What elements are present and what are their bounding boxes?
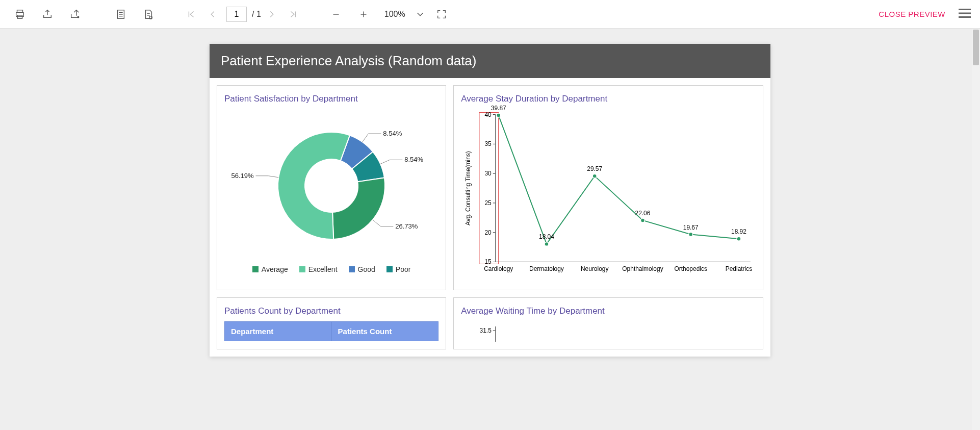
legend-item: Excellent: [299, 265, 338, 273]
svg-text:56.19%: 56.19%: [231, 172, 254, 180]
last-page-icon: [288, 9, 299, 20]
line-chart-partial: 31.5: [461, 321, 756, 342]
close-preview-button[interactable]: CLOSE PREVIEW: [868, 10, 956, 18]
card-title: Patient Satisfaction by Department: [224, 94, 439, 104]
svg-point-39: [497, 113, 501, 117]
viewport: Patient Experience Analysis (Random data…: [0, 29, 980, 430]
share-icon: [69, 9, 81, 20]
scrollbar-thumb[interactable]: [973, 30, 979, 65]
svg-text:8.54%: 8.54%: [383, 130, 402, 137]
chevron-left-icon: [207, 9, 218, 20]
page-total: / 1: [252, 10, 261, 19]
svg-text:30: 30: [485, 170, 492, 177]
export-icon: [42, 9, 53, 20]
first-page-button[interactable]: [180, 0, 202, 29]
next-page-button[interactable]: [261, 0, 282, 29]
export-button[interactable]: [34, 0, 61, 29]
report-page: Patient Experience Analysis (Random data…: [210, 44, 770, 357]
svg-text:Dermatology: Dermatology: [529, 265, 564, 272]
minus-icon: [330, 9, 342, 20]
svg-text:Pediatrics: Pediatrics: [726, 265, 752, 272]
legend-item: Good: [349, 265, 375, 273]
svg-point-51: [689, 233, 693, 237]
toolbar: / 1 100% CLOSE PREVIEW: [0, 0, 980, 29]
swatch-icon: [299, 266, 305, 272]
card-satisfaction: Patient Satisfaction by Department 8.54%…: [217, 85, 446, 290]
legend-label: Good: [358, 265, 375, 273]
report-title: Patient Experience Analysis (Random data…: [210, 44, 770, 78]
zoom-dropdown[interactable]: [412, 0, 428, 29]
page-input[interactable]: [226, 7, 247, 22]
menu-button[interactable]: [956, 4, 974, 24]
line-chart: 152025303540Avg. Consulting Time(mins)39…: [461, 109, 756, 283]
svg-text:8.54%: 8.54%: [404, 156, 423, 163]
patients-table: Department Patients Count: [224, 321, 439, 341]
chevron-right-icon: [266, 9, 277, 20]
svg-text:31.5: 31.5: [480, 327, 492, 334]
svg-text:18.04: 18.04: [539, 233, 554, 240]
svg-text:39.87: 39.87: [491, 105, 506, 112]
print-icon: [14, 9, 25, 20]
card-title: Average Waiting Time by Department: [461, 306, 756, 316]
document-button[interactable]: [107, 0, 135, 29]
fullscreen-button[interactable]: [428, 0, 455, 29]
card-patients-count: Patients Count by Department Department …: [217, 297, 446, 349]
donut-chart: 8.54%8.54%26.73%56.19%: [224, 109, 439, 262]
card-title: Patients Count by Department: [224, 306, 439, 316]
first-page-icon: [186, 9, 197, 20]
hamburger-icon: [956, 4, 974, 22]
card-title: Average Stay Duration by Department: [461, 94, 756, 104]
svg-text:18.92: 18.92: [731, 228, 746, 235]
swatch-icon: [349, 266, 355, 272]
svg-text:15: 15: [485, 258, 492, 265]
svg-text:Orthopedics: Orthopedics: [675, 265, 707, 272]
svg-text:Ophthalmology: Ophthalmology: [623, 265, 663, 272]
prev-page-button[interactable]: [202, 0, 223, 29]
zoom-label: 100%: [384, 10, 405, 19]
plus-icon: [358, 9, 369, 20]
table-header: Patients Count: [331, 322, 439, 341]
chevron-down-icon: [415, 9, 426, 20]
share-button[interactable]: [61, 0, 89, 29]
last-page-button[interactable]: [282, 0, 304, 29]
card-waiting-time: Average Waiting Time by Department 31.5: [453, 297, 763, 349]
svg-point-54: [737, 237, 741, 241]
scrollbar[interactable]: [972, 29, 980, 430]
legend-item: Average: [252, 265, 288, 273]
svg-text:20: 20: [485, 229, 492, 236]
svg-text:26.73%: 26.73%: [395, 222, 418, 230]
svg-text:35: 35: [485, 140, 492, 147]
legend-label: Excellent: [308, 265, 338, 273]
legend-item: Poor: [386, 265, 411, 273]
svg-point-48: [641, 218, 645, 222]
svg-point-3: [78, 16, 79, 18]
svg-text:Avg. Consulting Time(mins): Avg. Consulting Time(mins): [465, 151, 472, 225]
table-header: Department: [225, 322, 332, 341]
svg-text:25: 25: [485, 199, 492, 207]
legend-label: Poor: [396, 265, 411, 273]
svg-text:Neurology: Neurology: [581, 265, 608, 272]
svg-text:22.06: 22.06: [635, 210, 651, 217]
document-icon: [115, 9, 126, 20]
svg-text:Cardiology: Cardiology: [484, 265, 513, 272]
print-button[interactable]: [6, 0, 34, 29]
zoom-out-button[interactable]: [322, 0, 350, 29]
legend-label: Average: [262, 265, 288, 273]
zoom-in-button[interactable]: [350, 0, 377, 29]
card-stay-duration: Average Stay Duration by Department 1520…: [453, 85, 763, 290]
svg-point-45: [592, 174, 597, 178]
legend: Average Excellent Good Poor: [224, 265, 439, 273]
swatch-icon: [252, 266, 259, 272]
svg-text:40: 40: [485, 111, 492, 118]
swatch-icon: [386, 266, 393, 272]
new-document-button[interactable]: [135, 0, 162, 29]
svg-text:29.57: 29.57: [587, 165, 602, 172]
expand-icon: [436, 9, 447, 20]
svg-text:19.67: 19.67: [683, 224, 699, 231]
document-plus-icon: [143, 9, 154, 20]
svg-point-42: [545, 242, 549, 246]
